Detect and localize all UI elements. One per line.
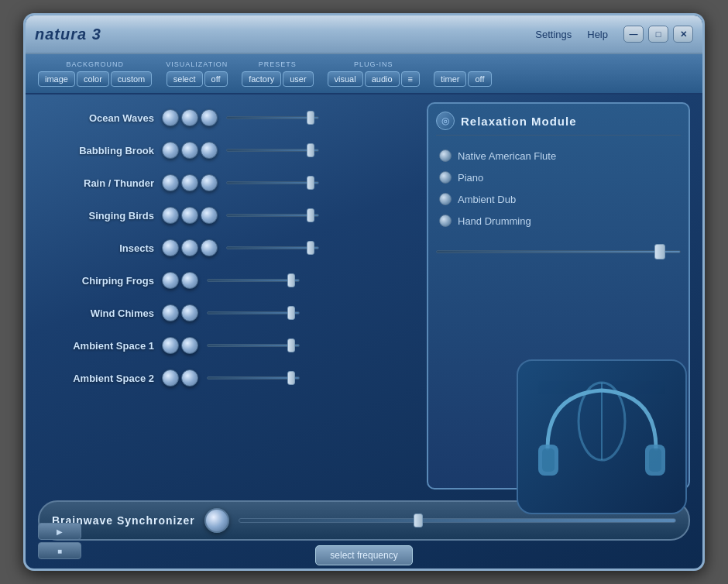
sound-knob[interactable] (201, 207, 218, 224)
window-controls: — □ ✕ (623, 26, 693, 43)
sound-knob[interactable] (162, 272, 179, 289)
plugin-audio-button[interactable]: audio (365, 71, 400, 87)
sound-slider-thumb (307, 208, 314, 222)
sound-knob[interactable] (162, 207, 179, 224)
module-header: ◎ Relaxation Module (436, 112, 681, 136)
toolbar: BACKGROUND image color custom VISUALIZAT… (26, 54, 702, 94)
sound-knob[interactable] (162, 174, 179, 191)
sound-slider[interactable] (226, 214, 319, 217)
sound-slider[interactable] (207, 311, 300, 314)
plugin-menu-button[interactable]: ≡ (401, 71, 420, 87)
module-slider-thumb (654, 244, 665, 259)
sound-slider[interactable] (226, 181, 319, 184)
sound-knob[interactable] (181, 369, 198, 386)
sound-controls (162, 207, 319, 224)
sound-row: Singing Birds (38, 200, 417, 231)
close-button[interactable]: ✕ (673, 26, 693, 43)
timer-buttons: timer off (434, 71, 491, 87)
sound-slider[interactable] (226, 116, 319, 119)
timer-label (462, 60, 465, 68)
sound-knob[interactable] (162, 337, 179, 354)
bottom-bar: Buy! MASTER VOLUME (38, 570, 690, 571)
sound-knob[interactable] (181, 272, 198, 289)
radio-button[interactable] (439, 193, 452, 205)
sound-knob[interactable] (181, 174, 198, 191)
module-slider-track (436, 250, 681, 253)
module-items: Native American FlutePianoAmbient DubHan… (436, 145, 681, 232)
sound-controls (162, 369, 300, 386)
sound-slider[interactable] (207, 279, 300, 282)
bg-custom-button[interactable]: custom (111, 71, 152, 87)
bg-image-button[interactable]: image (38, 71, 75, 87)
sound-controls (162, 109, 319, 126)
module-item-label: Piano (458, 172, 483, 184)
bg-color-button[interactable]: color (77, 71, 109, 87)
transport-controls: ▶ ■ (38, 523, 81, 559)
module-title: Relaxation Module (461, 115, 577, 128)
sound-knob[interactable] (201, 142, 218, 159)
sound-knob[interactable] (162, 109, 179, 126)
sound-knob[interactable] (181, 207, 198, 224)
stop-icon: ■ (57, 547, 62, 555)
plugins-label: PLUG-INS (354, 60, 393, 68)
module-item-label: Native American Flute (458, 150, 556, 162)
svg-rect-4 (542, 448, 555, 472)
module-item[interactable]: Native American Flute (436, 145, 681, 167)
select-frequency-button[interactable]: select frequency (315, 545, 412, 565)
plugins-group: PLUG-INS visual audio ≡ (328, 60, 420, 87)
preset-factory-button[interactable]: factory (242, 71, 281, 87)
sound-knob[interactable] (162, 369, 179, 386)
minimize-button[interactable]: — (623, 26, 644, 43)
sound-row: Ambient Space 1 (38, 330, 417, 361)
sound-row: Ocean Waves (38, 102, 417, 133)
sound-controls (162, 304, 300, 321)
sound-slider-thumb (287, 371, 295, 385)
sound-knob[interactable] (162, 304, 179, 321)
viz-select-button[interactable]: select (167, 71, 203, 87)
maximize-button[interactable]: □ (648, 26, 668, 43)
play-button[interactable]: ▶ (38, 523, 81, 540)
sound-controls (162, 239, 319, 256)
sound-knob[interactable] (201, 109, 218, 126)
radio-button[interactable] (439, 171, 452, 184)
module-item[interactable]: Hand Drumming (436, 210, 681, 232)
help-menu[interactable]: Help (587, 29, 608, 40)
timer-off-button[interactable]: off (468, 71, 491, 87)
viz-off-button[interactable]: off (204, 71, 228, 87)
plugin-visual-button[interactable]: visual (328, 71, 363, 87)
sound-row: Babbling Brook (38, 135, 417, 166)
module-slider[interactable] (436, 244, 681, 259)
sound-slider-thumb (287, 306, 295, 320)
sound-name: Rain / Thunder (38, 177, 162, 189)
sound-name: Chirping Frogs (38, 275, 162, 287)
sound-slider[interactable] (207, 376, 300, 380)
module-item-label: Hand Drumming (458, 215, 531, 227)
sound-name: Babbling Brook (38, 145, 162, 156)
settings-menu[interactable]: Settings (535, 29, 572, 40)
sound-knob[interactable] (201, 174, 218, 191)
brainwave-slider[interactable] (239, 518, 676, 523)
brainwave-knob[interactable] (204, 508, 229, 533)
sound-knob[interactable] (181, 304, 198, 321)
radio-button[interactable] (439, 215, 452, 227)
sound-slider[interactable] (226, 246, 319, 249)
stop-button[interactable]: ■ (38, 542, 81, 559)
sound-knob[interactable] (162, 239, 179, 256)
sound-knob[interactable] (181, 109, 198, 126)
sound-name: Wind Chimes (38, 307, 162, 319)
preset-user-button[interactable]: user (283, 71, 313, 87)
sound-knob[interactable] (181, 239, 198, 256)
app-window: natura 3 Settings Help — □ ✕ BACKGROUND … (23, 13, 705, 571)
sound-knob[interactable] (181, 337, 198, 354)
module-item[interactable]: Piano (436, 167, 681, 188)
sound-knob[interactable] (162, 142, 179, 159)
sound-controls (162, 142, 319, 159)
sound-slider[interactable] (207, 344, 300, 347)
module-item[interactable]: Ambient Dub (436, 188, 681, 210)
sound-knob[interactable] (201, 239, 218, 256)
sound-name: Insects (38, 242, 162, 254)
sound-slider[interactable] (226, 149, 319, 152)
radio-button[interactable] (439, 149, 452, 162)
sound-knob[interactable] (181, 142, 198, 159)
timer-button[interactable]: timer (434, 71, 466, 87)
